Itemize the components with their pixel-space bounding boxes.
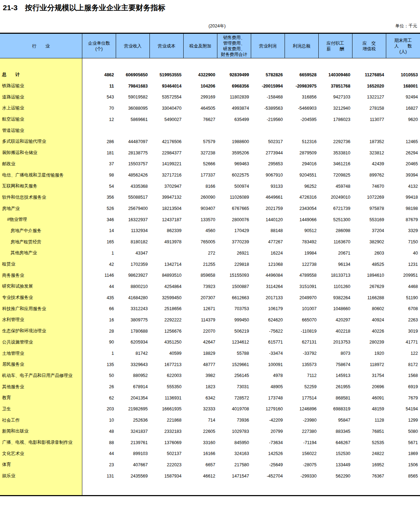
value-cell: 555350 bbox=[150, 384, 184, 389]
value-cell: 106179 bbox=[251, 306, 285, 311]
value-cell: 93464014 bbox=[150, 84, 184, 89]
value-cell: 177337 bbox=[184, 173, 217, 178]
value-cell: 36088095 bbox=[116, 106, 150, 111]
value-cell: 9620 bbox=[386, 117, 420, 122]
value-cell: 316856 bbox=[285, 95, 319, 100]
value-cell: 54 bbox=[82, 184, 116, 189]
value-cell: 903407 bbox=[184, 206, 217, 211]
value-cell: 48 bbox=[82, 429, 116, 434]
value-cell: 3595206 bbox=[217, 150, 251, 155]
value-cell: 1010553 bbox=[386, 72, 420, 77]
value-cell: 6022575 bbox=[217, 173, 251, 178]
industry-label: 新闻和出版业 bbox=[0, 428, 82, 434]
value-cell: 135 bbox=[82, 362, 116, 367]
value-cell: 20799 bbox=[251, 429, 285, 434]
industry-label: 邮政业 bbox=[0, 161, 82, 167]
value-cell: 1279160 bbox=[251, 406, 285, 411]
value-cell: 227380 bbox=[285, 429, 319, 434]
value-cell: 6767665 bbox=[217, 206, 251, 211]
value-cell: 170429 bbox=[217, 228, 251, 233]
table-row: 文化艺术业44899103502137161663241631425261560… bbox=[0, 448, 420, 459]
value-cell: 114379 bbox=[184, 318, 217, 322]
value-cell: 1246896 bbox=[285, 406, 319, 411]
table-row: 其他服务业26678914555350182373031489055225926… bbox=[0, 381, 420, 392]
value-cell: 5671 bbox=[386, 440, 420, 445]
value-cell: 2773944 bbox=[251, 150, 285, 155]
table-row: 管道运输业 bbox=[0, 125, 420, 136]
value-cell: 4254864 bbox=[150, 284, 184, 289]
value-cell: 96134 bbox=[319, 262, 352, 267]
value-cell: 4993874 bbox=[217, 106, 251, 111]
value-cell: 32717216 bbox=[150, 173, 184, 178]
value-cell: -28075 bbox=[285, 462, 319, 467]
value-cell: 260090 bbox=[184, 195, 217, 200]
value-cell: 101007 bbox=[285, 306, 319, 311]
value-cell: 98 bbox=[82, 173, 116, 178]
value-cell: 646267 bbox=[319, 440, 352, 445]
statistical-table-page: 21-3 按行业分规模以上服务业企业主要财务指标 (2024年) 单位：千元 行… bbox=[0, 0, 420, 519]
value-cell: 543 bbox=[82, 95, 116, 100]
industry-label: 教育 bbox=[0, 395, 82, 401]
value-cell: 299169 bbox=[184, 95, 217, 100]
value-cell: 42176506 bbox=[150, 139, 184, 144]
value-cell: 407667 bbox=[116, 462, 150, 467]
table-row: 娱乐业13124355691587934466121471547-452704-… bbox=[0, 470, 420, 482]
value-cell: 156022 bbox=[285, 451, 319, 456]
value-cell: 1568 bbox=[386, 373, 420, 378]
value-cell: 152530 bbox=[319, 451, 352, 456]
value-cell: 4789558 bbox=[285, 273, 319, 278]
value-cell: -299330 bbox=[285, 474, 319, 479]
value-cell: 217580 bbox=[217, 462, 251, 467]
value-cell: 76367 bbox=[352, 474, 386, 479]
industry-label: 机动车、电子产品和日用产品修理业 bbox=[0, 373, 82, 379]
value-cell: 3312243 bbox=[116, 306, 150, 311]
value-cell: 703753 bbox=[217, 306, 251, 311]
value-cell: 267629 bbox=[352, 284, 386, 289]
value-cell: 1529661 bbox=[217, 362, 251, 367]
value-cell: 3151091 bbox=[285, 284, 319, 289]
value-cell: 55088517 bbox=[116, 195, 150, 200]
industry-label: 道路运输业 bbox=[0, 94, 82, 100]
value-cell: 1652020 bbox=[352, 84, 386, 89]
industry-label: 租赁业 bbox=[0, 261, 82, 267]
value-cell: 22984377 bbox=[150, 150, 184, 155]
value-cell: 20249010 bbox=[319, 195, 352, 200]
value-cell: 6919 bbox=[386, 384, 420, 389]
value-cell: 12 bbox=[82, 117, 116, 122]
value-cell: 880952 bbox=[116, 373, 150, 378]
value-cell: 229818 bbox=[217, 262, 251, 267]
value-cell: 1 bbox=[82, 351, 116, 356]
value-cell: 295653 bbox=[251, 161, 285, 166]
col-header-employees-end: 期末用工 人 数 (人) bbox=[386, 34, 420, 58]
value-cell: 1132934 bbox=[116, 228, 150, 233]
value-cell: 88148 bbox=[251, 228, 285, 233]
value-cell: 31754 bbox=[352, 373, 386, 378]
industry-label: 体育 bbox=[0, 462, 82, 468]
value-cell: 26294 bbox=[386, 150, 420, 155]
value-cell: 4019708 bbox=[217, 406, 251, 411]
value-cell: 142526 bbox=[251, 451, 285, 456]
table-row: 新闻和出版业4832418372332183226051029783207992… bbox=[0, 426, 420, 437]
value-cell: 1256676 bbox=[150, 329, 184, 334]
value-cell: -71194 bbox=[285, 440, 319, 445]
value-cell: 70 bbox=[82, 106, 116, 111]
value-cell: 5251300 bbox=[319, 217, 352, 222]
value-cell: 121068 bbox=[251, 262, 285, 267]
value-cell: 2292736 bbox=[319, 139, 352, 144]
value-cell: 519953555 bbox=[150, 72, 184, 77]
value-cell: 15503757 bbox=[116, 161, 150, 166]
value-cell: 714 bbox=[184, 418, 217, 423]
value-cell: 79841683 bbox=[116, 84, 150, 89]
value-cell: 33040470 bbox=[150, 106, 184, 111]
table-row: 广播、电视、电影和影视录音制作业882139761137606933160845… bbox=[0, 437, 420, 448]
value-cell: 6708 bbox=[386, 306, 420, 311]
value-cell: 1920 bbox=[352, 351, 386, 356]
value-cell: 207307 bbox=[184, 295, 217, 300]
value-cell: 1166288 bbox=[352, 295, 386, 300]
table-row: 软件和信息技术服务业356550885173994713226009011026… bbox=[0, 192, 420, 203]
unit-note: 单位：千元 bbox=[395, 23, 418, 29]
industry-label: 房地产租赁经营 bbox=[0, 239, 82, 245]
value-cell: 62 bbox=[82, 396, 116, 401]
value-cell: 48562426 bbox=[116, 173, 150, 178]
value-cell: 16166 bbox=[184, 451, 217, 456]
